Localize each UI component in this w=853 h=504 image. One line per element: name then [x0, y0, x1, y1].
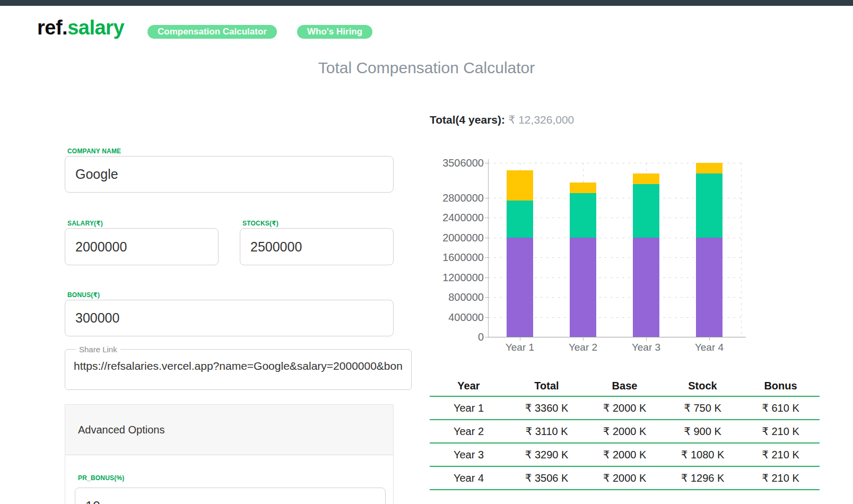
- cell-year: Year 1: [430, 396, 508, 420]
- stocks-input[interactable]: [240, 228, 394, 265]
- table-row: Year 3 ₹ 3290 K ₹ 2000 K ₹ 1080 K ₹ 210 …: [430, 443, 820, 466]
- cell-total: ₹ 3290 K: [508, 443, 586, 466]
- bonus-label: BONUS(₹): [67, 291, 100, 299]
- advanced-options-header[interactable]: Advanced Options: [65, 405, 393, 455]
- y-tick-label: 2000000: [420, 232, 484, 244]
- bar-segment-year1-stock[interactable]: [507, 201, 533, 238]
- x-tick-label: Year 4: [677, 342, 741, 353]
- cell-stock: ₹ 1080 K: [664, 443, 742, 466]
- y-tick-label: 2800000: [420, 192, 484, 204]
- y-tick-mark: [485, 163, 488, 163]
- y-tick-label: 400000: [420, 311, 484, 323]
- x-tick-label: Year 1: [488, 342, 552, 353]
- bar-segment-year3-base[interactable]: [633, 238, 659, 337]
- nav-whos-hiring[interactable]: Who's Hiring: [297, 25, 372, 39]
- x-tick-mark: [646, 337, 647, 341]
- col-bonus: Bonus: [742, 376, 820, 396]
- x-tick-label: Year 3: [614, 342, 678, 353]
- x-tick-mark: [583, 337, 584, 341]
- top-accent-bar: [0, 0, 853, 6]
- y-tick-mark: [485, 238, 488, 238]
- bar-segment-year4-stock[interactable]: [696, 173, 723, 238]
- share-link-fieldset: Share Link https://refsalaries.vercel.ap…: [65, 345, 412, 390]
- salary-input[interactable]: [65, 228, 219, 265]
- company-name-label: COMPANY NAME: [67, 147, 121, 155]
- total-4-years-label: Total(4 years):: [430, 114, 505, 126]
- y-tick-label: 800000: [420, 291, 484, 303]
- y-tick-mark: [485, 218, 488, 218]
- col-year: Year: [430, 376, 508, 396]
- pr-bonus-input[interactable]: [75, 488, 386, 504]
- cell-total: ₹ 3360 K: [508, 396, 586, 420]
- logo-suffix: salary: [67, 16, 124, 39]
- bonus-input[interactable]: [65, 300, 394, 336]
- cell-total: ₹ 3110 K: [508, 420, 586, 443]
- y-tick-mark: [485, 317, 488, 318]
- col-stock: Stock: [664, 376, 742, 396]
- cell-bonus: ₹ 210 K: [742, 420, 820, 443]
- company-name-input[interactable]: [65, 156, 394, 193]
- bar-segment-year3-stock[interactable]: [633, 184, 659, 238]
- bar-segment-year1-base[interactable]: [507, 238, 533, 337]
- x-tick-label: Year 2: [551, 342, 615, 353]
- bar-segment-year1-bonus[interactable]: [507, 170, 533, 201]
- y-tick-label: 1200000: [420, 272, 484, 283]
- x-tick-mark: [520, 337, 520, 341]
- y-tick-mark: [485, 297, 488, 298]
- nav-whos-hiring-label: Who's Hiring: [307, 27, 362, 37]
- cell-stock: ₹ 750 K: [664, 396, 742, 420]
- cell-total: ₹ 3506 K: [508, 466, 586, 490]
- salary-label: SALARY(₹): [67, 220, 103, 227]
- table-row: Year 2 ₹ 3110 K ₹ 2000 K ₹ 900 K ₹ 210 K: [430, 420, 820, 443]
- cell-bonus: ₹ 610 K: [742, 396, 820, 420]
- y-tick-label: 1600000: [420, 251, 484, 263]
- cell-stock: ₹ 900 K: [664, 420, 742, 443]
- table-row: Year 1 ₹ 3360 K ₹ 2000 K ₹ 750 K ₹ 610 K: [430, 396, 820, 420]
- page-title: Total Compensation Calculator: [0, 59, 853, 77]
- nav-compensation-calculator[interactable]: Compensation Calculator: [147, 25, 277, 39]
- advanced-options-panel: Advanced Options PR_BONUS(%): [65, 404, 394, 504]
- bar-segment-year4-base[interactable]: [696, 238, 723, 337]
- y-tick-mark: [485, 257, 488, 258]
- cell-year: Year 2: [430, 420, 508, 443]
- compensation-table: Year Total Base Stock Bonus Year 1 ₹ 336…: [430, 376, 820, 490]
- share-link-value[interactable]: https://refsalaries.vercel.app?name=Goog…: [74, 360, 403, 372]
- y-tick-mark: [485, 337, 488, 337]
- x-tick-mark: [709, 337, 710, 341]
- bar-segment-year2-stock[interactable]: [570, 193, 596, 238]
- nav-compensation-calculator-label: Compensation Calculator: [158, 27, 267, 37]
- cell-base: ₹ 2000 K: [586, 443, 664, 466]
- advanced-options-title: Advanced Options: [78, 424, 164, 436]
- total-compensation-value: ₹ 12,326,000: [508, 114, 574, 126]
- y-tick-label: 2400000: [420, 212, 484, 223]
- cell-stock: ₹ 1296 K: [664, 466, 742, 490]
- stocks-label: STOCKS(₹): [242, 220, 278, 227]
- cell-year: Year 4: [430, 466, 508, 490]
- cell-base: ₹ 2000 K: [586, 466, 664, 490]
- y-tick-mark: [485, 277, 488, 278]
- bar-segment-year4-bonus[interactable]: [696, 163, 723, 173]
- logo-prefix: ref.: [37, 16, 67, 39]
- cell-base: ₹ 2000 K: [586, 420, 664, 443]
- cell-bonus: ₹ 210 K: [742, 443, 820, 466]
- y-tick-label: 3506000: [420, 157, 484, 169]
- table-header-row: Year Total Base Stock Bonus: [430, 376, 820, 396]
- table-row: Year 4 ₹ 3506 K ₹ 2000 K ₹ 1296 K ₹ 210 …: [430, 466, 820, 490]
- x-axis-line: [485, 337, 746, 337]
- y-axis-line: [488, 159, 489, 337]
- cell-bonus: ₹ 210 K: [742, 466, 820, 490]
- y-tick-label: 0: [420, 331, 484, 343]
- col-base: Base: [586, 376, 664, 396]
- cell-base: ₹ 2000 K: [586, 396, 664, 420]
- bar-segment-year3-bonus[interactable]: [633, 173, 659, 184]
- y-tick-mark: [485, 198, 488, 198]
- bar-segment-year2-bonus[interactable]: [570, 183, 596, 193]
- col-total: Total: [508, 376, 586, 396]
- cell-year: Year 3: [430, 443, 508, 466]
- pr-bonus-label: PR_BONUS(%): [78, 474, 125, 482]
- bar-segment-year2-base[interactable]: [570, 238, 596, 337]
- app-logo[interactable]: ref.salary: [37, 16, 124, 39]
- share-link-label: Share Link: [76, 345, 120, 354]
- v-gridline-right-edge: [741, 163, 742, 337]
